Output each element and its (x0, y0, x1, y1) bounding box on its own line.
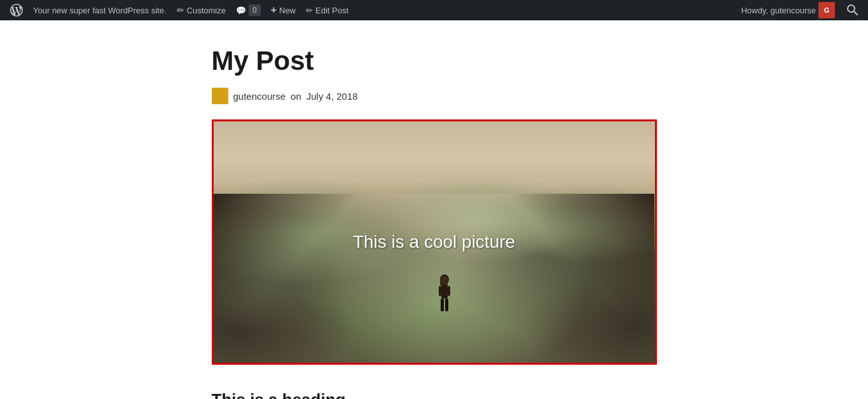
svg-rect-2 (441, 285, 448, 299)
post-heading: This is a heading (212, 390, 657, 399)
comments-item[interactable]: 💬 0 (231, 0, 266, 20)
admin-bar: Your new super fast WordPress site. ✏ Cu… (0, 0, 868, 20)
svg-rect-3 (441, 299, 444, 311)
search-button[interactable] (843, 0, 863, 20)
post-content: My Post gutencourse on July 4, 2018 (212, 46, 657, 399)
wp-logo-item[interactable] (5, 0, 28, 20)
howdy-label: Howdy, gutencourse (741, 6, 816, 15)
svg-rect-1 (440, 276, 448, 286)
user-avatar: G (818, 2, 835, 18)
new-item[interactable]: + New (266, 0, 301, 20)
post-meta: gutencourse on July 4, 2018 (212, 88, 657, 104)
edit-post-label: Edit Post (315, 6, 348, 15)
svg-rect-6 (448, 286, 450, 296)
svg-rect-5 (439, 286, 441, 296)
customize-item[interactable]: ✏ Customize (172, 0, 231, 20)
post-date: July 4, 2018 (307, 91, 358, 102)
svg-rect-4 (445, 299, 448, 311)
site-name-item[interactable]: Your new super fast WordPress site. (28, 0, 172, 20)
image-block: This is a cool picture (214, 121, 655, 363)
author-link[interactable]: gutencourse (233, 91, 286, 102)
customize-label: Customize (187, 6, 226, 15)
image-caption: This is a cool picture (353, 232, 515, 252)
edit-post-item[interactable]: ✏ Edit Post (301, 0, 354, 20)
edit-icon: ✏ (306, 6, 313, 15)
post-title: My Post (212, 46, 657, 76)
howdy-item[interactable]: Howdy, gutencourse G (736, 0, 840, 20)
image-block-wrapper: This is a cool picture (212, 119, 657, 365)
author-avatar (212, 88, 228, 104)
on-text: on (291, 91, 301, 102)
plus-icon: + (271, 4, 277, 16)
new-label: New (279, 6, 296, 15)
comment-count: 0 (249, 4, 261, 16)
comment-bubble-icon: 💬 (236, 6, 246, 15)
site-name-label: Your new super fast WordPress site. (33, 6, 167, 15)
admin-bar-right: Howdy, gutencourse G (736, 0, 863, 20)
page-wrapper: My Post gutencourse on July 4, 2018 (0, 20, 868, 399)
person-silhouette (432, 273, 457, 327)
pencil-icon: ✏ (177, 5, 184, 15)
